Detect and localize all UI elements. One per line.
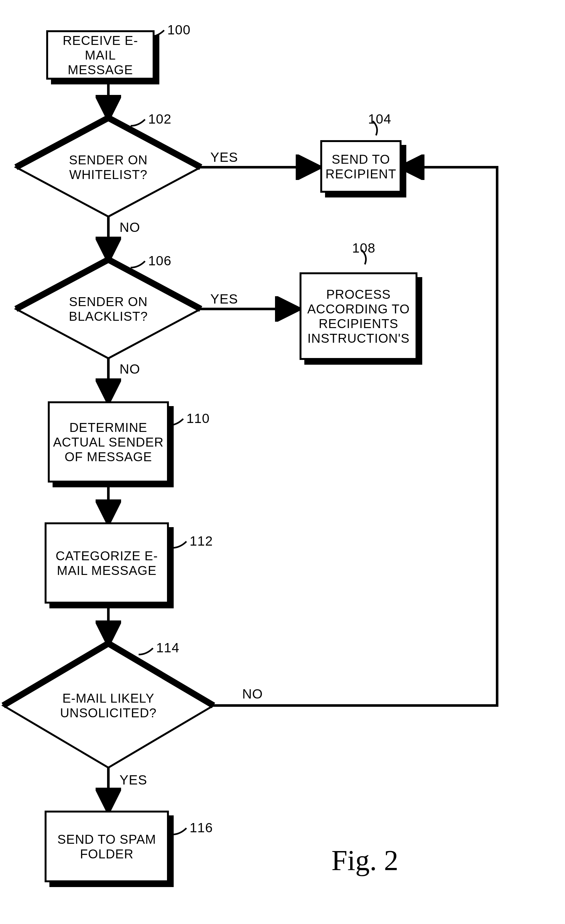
refnum-104: 104 <box>368 111 391 127</box>
node-text: SENDER ON BLACKLIST? <box>49 294 167 324</box>
edge-label-no-106: NO <box>120 362 140 377</box>
edge-label-yes-114: YES <box>120 772 147 788</box>
node-likely-unsolicited: E-MAIL LIKELY UNSOLICITED? <box>3 644 213 768</box>
node-categorize: CATEGORIZE E-MAIL MESSAGE <box>45 522 169 604</box>
node-text: CATEGORIZE E-MAIL MESSAGE <box>50 549 164 578</box>
node-text: PROCESS ACCORDING TO RECIPIENTS INSTRUCT… <box>305 287 412 346</box>
refnum-110: 110 <box>186 411 210 426</box>
node-text: DETERMINE ACTUAL SENDER OF MESSAGE <box>53 420 164 464</box>
node-text: SEND TO RECIPIENT <box>325 152 397 181</box>
refnum-112: 112 <box>189 534 213 549</box>
refnum-114: 114 <box>156 640 179 656</box>
node-sender-blacklist: SENDER ON BLACKLIST? <box>16 260 201 358</box>
node-receive-email: RECEIVE E-MAIL MESSAGE <box>46 30 155 80</box>
edge-label-no-102: NO <box>120 220 140 235</box>
refnum-116: 116 <box>189 820 213 836</box>
figure-label: Fig. 2 <box>331 844 398 877</box>
edge-label-yes-102: YES <box>210 150 238 165</box>
refnum-108: 108 <box>352 240 376 256</box>
node-text: SEND TO SPAM FOLDER <box>50 832 164 861</box>
node-sender-whitelist: SENDER ON WHITELIST? <box>16 118 201 217</box>
node-determine-sender: DETERMINE ACTUAL SENDER OF MESSAGE <box>48 401 169 483</box>
node-send-recipient: SEND TO RECIPIENT <box>320 140 401 193</box>
flowchart-stage: RECEIVE E-MAIL MESSAGE 100 SENDER ON WHI… <box>0 0 565 924</box>
refnum-100: 100 <box>167 22 191 38</box>
node-text: E-MAIL LIKELY UNSOLICITED? <box>41 691 176 720</box>
node-process-instructions: PROCESS ACCORDING TO RECIPIENTS INSTRUCT… <box>299 272 418 360</box>
node-text: RECEIVE E-MAIL MESSAGE <box>51 33 149 77</box>
edge-label-no-114: NO <box>242 686 263 702</box>
refnum-106: 106 <box>148 253 171 268</box>
edge-label-yes-106: YES <box>210 291 238 307</box>
refnum-102: 102 <box>148 111 171 127</box>
node-text: SENDER ON WHITELIST? <box>49 153 167 182</box>
node-send-spam: SEND TO SPAM FOLDER <box>45 811 169 882</box>
